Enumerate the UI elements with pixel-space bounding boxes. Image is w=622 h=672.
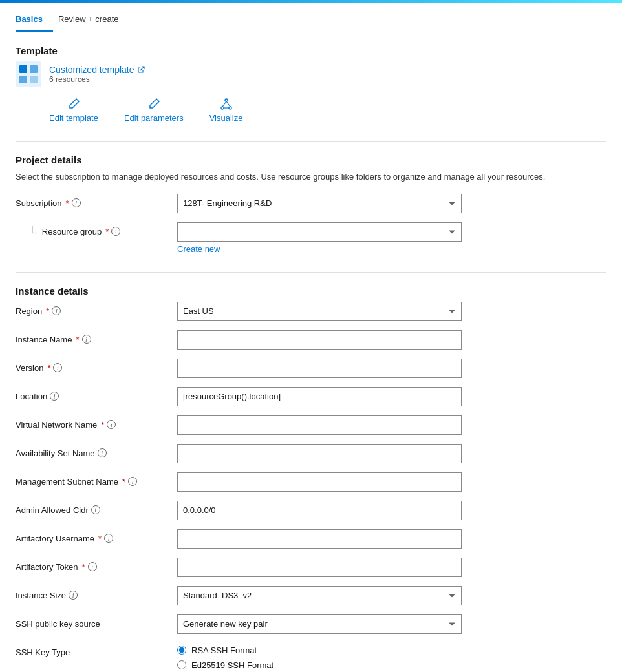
ssh-key-rsa-radio[interactable] xyxy=(177,646,186,655)
admin-cidr-input[interactable] xyxy=(177,501,462,520)
external-link-icon xyxy=(137,66,145,74)
divider-2 xyxy=(16,272,606,273)
visualize-action[interactable]: Visualize xyxy=(209,98,243,123)
admin-cidr-info-icon[interactable]: i xyxy=(91,505,100,514)
svg-rect-2 xyxy=(30,65,38,73)
svg-rect-3 xyxy=(19,76,27,83)
template-section: Template Customized template 6 resources xyxy=(16,45,606,123)
subscription-label: Subscription * i xyxy=(16,194,177,208)
tab-basics[interactable]: Basics xyxy=(16,9,53,32)
artifactory-token-required: * xyxy=(82,562,85,572)
project-details-title: Project details xyxy=(16,154,606,165)
ssh-key-source-select[interactable]: Generate new key pair xyxy=(177,614,462,634)
subscription-select[interactable]: 128T- Engineering R&D xyxy=(177,194,462,213)
vnet-name-input[interactable] xyxy=(177,415,462,435)
instance-name-info-icon[interactable]: i xyxy=(82,335,91,344)
edit-template-action[interactable]: Edit template xyxy=(49,98,98,123)
artifactory-username-input-wrapper xyxy=(177,529,462,549)
location-input-wrapper xyxy=(177,387,462,406)
divider-1 xyxy=(16,141,606,142)
region-select-wrapper: East US xyxy=(177,302,462,321)
availability-set-info-icon[interactable]: i xyxy=(98,448,107,457)
version-input[interactable] xyxy=(177,359,462,378)
availability-set-input-wrapper xyxy=(177,444,462,463)
svg-line-8 xyxy=(222,101,226,107)
svg-point-6 xyxy=(221,107,224,109)
version-required: * xyxy=(47,363,50,373)
resource-group-label: └ Resource group * i xyxy=(16,222,177,238)
instance-name-required: * xyxy=(76,335,79,344)
template-card: Customized template 6 resources xyxy=(16,61,606,87)
instance-name-input[interactable] xyxy=(177,330,462,350)
instance-size-field-row: Instance Size i Standard_DS3_v2 xyxy=(16,586,606,605)
version-info-icon[interactable]: i xyxy=(53,363,62,372)
vnet-name-input-wrapper xyxy=(177,415,462,435)
vnet-name-label: Virtual Network Name * i xyxy=(16,415,177,430)
ssh-key-ed25519-radio[interactable] xyxy=(177,660,186,669)
instance-size-input-wrapper: Standard_DS3_v2 xyxy=(177,586,462,605)
subscription-select-wrapper: 128T- Engineering R&D xyxy=(177,194,462,213)
region-info-icon[interactable]: i xyxy=(52,306,61,315)
region-input-wrapper: East US xyxy=(177,302,462,321)
ssh-key-ed25519-label: Ed25519 SSH Format xyxy=(191,660,273,670)
resource-group-select[interactable] xyxy=(177,222,462,242)
ssh-key-type-input-wrapper: RSA SSH Format Ed25519 SSH Format xyxy=(177,643,462,670)
ssh-key-source-label: SSH public key source xyxy=(16,614,177,629)
create-new-resource-group-link[interactable]: Create new xyxy=(177,244,220,254)
pencil-icon-1 xyxy=(67,98,80,110)
ssh-key-source-select-wrapper: Generate new key pair xyxy=(177,614,462,634)
tab-review-create[interactable]: Review + create xyxy=(58,9,129,32)
mgmt-subnet-info-icon[interactable]: i xyxy=(128,477,137,486)
resource-group-input-wrapper: Create new xyxy=(177,222,462,254)
resource-group-field-row: └ Resource group * i Create new xyxy=(16,222,606,254)
svg-rect-4 xyxy=(30,76,38,83)
mgmt-subnet-input-wrapper xyxy=(177,472,462,492)
resource-group-info-icon[interactable]: i xyxy=(111,227,120,236)
instance-details-section: Instance details Region * i East US Inst… xyxy=(16,286,606,673)
instance-size-select[interactable]: Standard_DS3_v2 xyxy=(177,586,462,605)
tabs-bar: Basics Review + create xyxy=(16,3,606,32)
instance-size-info-icon[interactable]: i xyxy=(69,591,78,600)
mgmt-subnet-required: * xyxy=(122,477,125,487)
project-details-section: Project details Select the subscription … xyxy=(16,154,606,254)
ssh-key-type-label: SSH Key Type xyxy=(16,643,177,657)
mgmt-subnet-input[interactable] xyxy=(177,472,462,492)
artifactory-username-info-icon[interactable]: i xyxy=(104,534,113,543)
subscription-field-row: Subscription * i 128T- Engineering R&D xyxy=(16,194,606,213)
ssh-key-rsa-option[interactable]: RSA SSH Format xyxy=(177,646,462,655)
instance-name-input-wrapper xyxy=(177,330,462,350)
project-details-desc: Select the subscription to manage deploy… xyxy=(16,171,606,184)
artifactory-username-field-row: Artifactory Username * i xyxy=(16,529,606,549)
artifactory-token-info-icon[interactable]: i xyxy=(88,562,97,571)
vnet-name-required: * xyxy=(101,420,104,430)
artifactory-username-label: Artifactory Username * i xyxy=(16,529,177,543)
artifactory-token-input[interactable] xyxy=(177,558,462,577)
artifactory-username-input[interactable] xyxy=(177,529,462,549)
artifactory-token-field-row: Artifactory Token * i xyxy=(16,558,606,577)
edit-parameters-action[interactable]: Edit parameters xyxy=(124,98,184,123)
vnet-name-field-row: Virtual Network Name * i xyxy=(16,415,606,435)
network-icon xyxy=(220,98,233,110)
template-name-link[interactable]: Customized template xyxy=(49,65,145,75)
ssh-key-type-radio-group: RSA SSH Format Ed25519 SSH Format xyxy=(177,643,462,670)
ssh-key-ed25519-option[interactable]: Ed25519 SSH Format xyxy=(177,660,462,670)
template-info: Customized template 6 resources xyxy=(49,65,145,84)
location-info-icon[interactable]: i xyxy=(50,392,59,401)
subscription-info-icon[interactable]: i xyxy=(72,198,81,207)
admin-cidr-field-row: Admin Allowed Cidr i xyxy=(16,501,606,520)
instance-size-select-wrapper: Standard_DS3_v2 xyxy=(177,586,462,605)
region-select[interactable]: East US xyxy=(177,302,462,321)
availability-set-input[interactable] xyxy=(177,444,462,463)
version-label: Version * i xyxy=(16,359,177,373)
location-input[interactable] xyxy=(177,387,462,406)
svg-rect-1 xyxy=(19,65,27,73)
svg-point-5 xyxy=(225,99,228,101)
availability-set-field-row: Availability Set Name i xyxy=(16,444,606,463)
template-actions: Edit template Edit parameters Visualize xyxy=(49,98,606,123)
resource-group-required: * xyxy=(105,227,109,236)
svg-line-9 xyxy=(226,101,230,107)
ssh-key-source-input-wrapper: Generate new key pair xyxy=(177,614,462,634)
location-label: Location i xyxy=(16,387,177,401)
version-field-row: Version * i xyxy=(16,359,606,378)
vnet-name-info-icon[interactable]: i xyxy=(107,420,116,429)
